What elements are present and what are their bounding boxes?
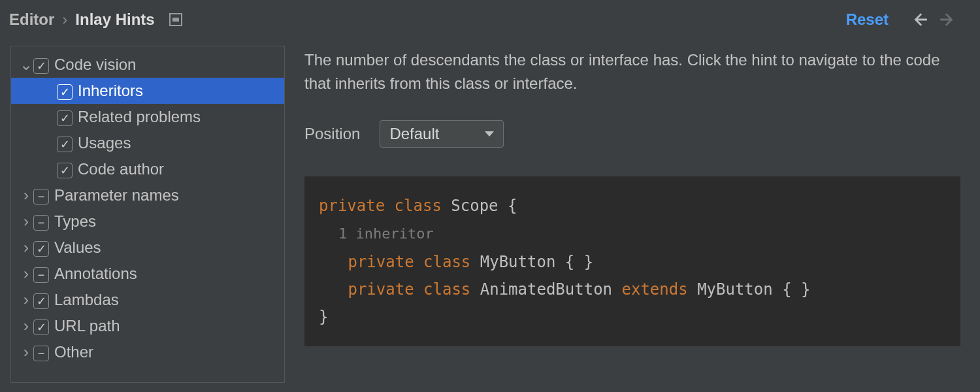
tree-item-label: Lambdas <box>54 291 119 309</box>
chevron-right-icon: › <box>62 10 67 29</box>
breadcrumb: Editor › Inlay Hints <box>9 10 182 29</box>
inlay-hint[interactable]: 1 inheritor <box>338 221 434 247</box>
tree-item-url-path[interactable]: ›✓URL path <box>11 313 284 339</box>
checkbox-checked[interactable]: ✓ <box>33 58 49 74</box>
checkbox-checked[interactable]: ✓ <box>57 137 73 152</box>
tree-item-label: Other <box>54 343 93 361</box>
tree-item-parameter-names[interactable]: ›−Parameter names <box>11 182 284 208</box>
checkbox-checked[interactable]: ✓ <box>57 163 73 178</box>
tree-item-other[interactable]: ›−Other <box>11 339 284 365</box>
tree-item-label: Inheritors <box>78 82 143 100</box>
tree-item-label: Code vision <box>54 56 136 74</box>
chevron-right-icon[interactable]: › <box>19 343 33 361</box>
checkbox-checked[interactable]: ✓ <box>33 319 49 335</box>
tree-item-related-problems[interactable]: ✓Related problems <box>11 104 284 130</box>
tree-item-lambdas[interactable]: ›✓Lambdas <box>11 287 284 313</box>
chevron-right-icon[interactable]: › <box>19 317 33 335</box>
detail-panel: The number of descendants the class or i… <box>285 37 980 392</box>
chevron-right-icon[interactable]: › <box>19 238 33 257</box>
tree-item-label: Values <box>54 238 101 257</box>
back-button[interactable] <box>911 10 929 29</box>
code-preview: private class Scope { 1 inheritor privat… <box>304 176 960 346</box>
chevron-right-icon[interactable]: › <box>19 212 33 231</box>
forward-button <box>938 10 956 29</box>
chevron-down-icon <box>485 131 494 137</box>
breadcrumb-parent-link[interactable]: Editor <box>9 10 54 29</box>
checkbox-checked[interactable]: ✓ <box>33 241 49 257</box>
tree-item-code-vision[interactable]: ⌄✓Code vision <box>11 52 284 78</box>
tree-item-values[interactable]: ›✓Values <box>11 235 284 261</box>
checkbox-indeterminate[interactable]: − <box>33 189 49 204</box>
tree-item-usages[interactable]: ✓Usages <box>11 130 284 156</box>
breadcrumb-current: Inlay Hints <box>75 10 154 29</box>
position-label: Position <box>304 125 360 143</box>
arrow-left-icon <box>911 11 928 28</box>
tree-item-code-author[interactable]: ✓Code author <box>11 156 284 182</box>
checkbox-checked[interactable]: ✓ <box>33 293 49 309</box>
tree-item-label: Usages <box>78 134 131 152</box>
checkbox-checked[interactable]: ✓ <box>57 110 73 126</box>
reset-button[interactable]: Reset <box>846 10 889 29</box>
chevron-right-icon[interactable]: › <box>19 186 33 204</box>
arrow-right-icon <box>939 11 956 28</box>
chevron-right-icon[interactable]: › <box>19 265 33 283</box>
tree-item-label: Code author <box>78 160 164 178</box>
position-dropdown[interactable]: Default <box>380 120 504 148</box>
checkbox-checked[interactable]: ✓ <box>57 84 73 100</box>
chevron-down-icon[interactable]: ⌄ <box>19 56 33 74</box>
tree-item-label: Related problems <box>78 108 201 126</box>
tree-item-label: Parameter names <box>54 186 179 204</box>
checkbox-indeterminate[interactable]: − <box>33 346 49 361</box>
checkbox-indeterminate[interactable]: − <box>33 215 49 231</box>
window-icon[interactable] <box>169 13 182 26</box>
tree-item-label: Annotations <box>54 265 137 283</box>
settings-tree[interactable]: ⌄✓Code vision✓Inheritors✓Related problem… <box>10 46 285 383</box>
tree-item-types[interactable]: ›−Types <box>11 208 284 235</box>
checkbox-indeterminate[interactable]: − <box>33 267 49 283</box>
position-dropdown-value: Default <box>389 125 439 143</box>
tree-item-inheritors[interactable]: ✓Inheritors <box>11 78 284 104</box>
tree-item-label: Types <box>54 212 96 231</box>
setting-description: The number of descendants the class or i… <box>304 48 960 95</box>
tree-item-label: URL path <box>54 317 120 335</box>
chevron-right-icon[interactable]: › <box>19 291 33 309</box>
tree-item-annotations[interactable]: ›−Annotations <box>11 261 284 287</box>
